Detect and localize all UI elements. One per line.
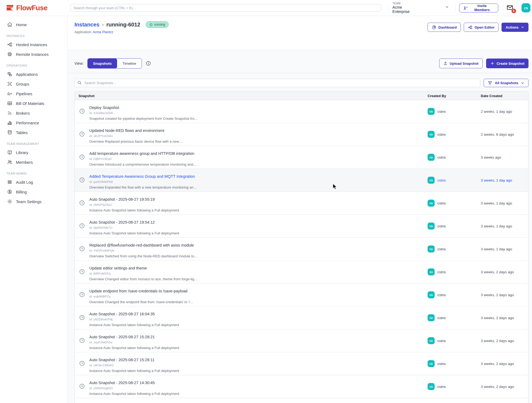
breadcrumb-instances-link[interactable]: Instances <box>74 22 99 28</box>
sidebar-item-applications[interactable]: Applications <box>7 69 67 79</box>
sidebar-item-label: Pipelines <box>16 91 32 96</box>
sidebar-item-label: Library <box>16 150 28 155</box>
table-row[interactable]: Auto Snapshot - 2025-08-27 15:28:21 id: … <box>75 329 528 352</box>
sidebar-item-home[interactable]: Home <box>7 20 67 29</box>
snapshot-title[interactable]: Replaced @flowfuse/node-red-dashboard wi… <box>89 243 198 247</box>
sidebar-section-operations: OPERATIONS <box>6 64 67 67</box>
snapshot-title[interactable]: Auto Snapshot - 2025-08-27 19:54:12 <box>89 220 179 224</box>
creator-avatar: cs <box>428 245 435 252</box>
actions-button[interactable]: Actions <box>502 23 528 32</box>
flowfuse-flag-icon <box>6 4 14 12</box>
snapshot-title[interactable]: Added Temperature Awareness Group and MQ… <box>89 174 197 179</box>
upload-snapshot-label: Upload Snapshot <box>450 62 479 66</box>
table-row[interactable]: Update endpoint from /save-credentials t… <box>75 284 528 306</box>
snapshot-title[interactable]: Deploy Snapshot <box>89 105 198 110</box>
creator-avatar: cs <box>428 383 435 390</box>
sidebar-item-label: Members <box>16 160 33 165</box>
table-row[interactable]: Auto Snapshot - 2025-08-27 19:55:19 id: … <box>75 192 528 215</box>
upload-snapshot-button[interactable]: Upload Snapshot <box>439 59 483 68</box>
creator-name: cstns <box>437 110 446 114</box>
table-row[interactable]: Update editor settings and theme id: AlR… <box>75 261 528 284</box>
sidebar-item-performance[interactable]: Performance <box>7 118 67 128</box>
snapshot-search-input[interactable] <box>74 79 480 87</box>
gear-icon <box>7 199 12 204</box>
sidebar-item-remote-instances[interactable]: Remote Instances <box>7 49 67 59</box>
dashboard-button[interactable]: Dashboard <box>428 23 461 32</box>
sidebar-item-label: Billing <box>16 190 27 194</box>
table-header: Snapshot Created By Date Created <box>75 92 528 100</box>
notifications-mail-button[interactable]: 5 <box>506 4 514 12</box>
all-snapshots-filter[interactable]: All Snapshots <box>484 79 528 87</box>
instance-name: running-6012 <box>106 22 140 28</box>
timeline-toggle[interactable]: Timeline <box>117 59 142 68</box>
table-row[interactable]: Auto Snapshot - 2025-08-27 19:54:12 id: … <box>75 215 528 238</box>
sidebar-item-members[interactable]: Members <box>7 157 67 167</box>
audit-log-icon <box>7 179 12 185</box>
brokers-icon <box>7 110 12 116</box>
created-by-cell: cs cstns <box>428 360 481 367</box>
sidebar-item-billing[interactable]: Billing <box>7 187 67 197</box>
snapshot-title[interactable]: Auto Snapshot - 2025-08-27 14:30:45 <box>89 381 179 385</box>
table-row[interactable]: Updated Node-RED flows and environment i… <box>75 123 528 146</box>
snapshot-title[interactable]: Update editor settings and theme <box>89 266 198 270</box>
snapshots-toggle[interactable]: Snapshots <box>88 59 117 68</box>
user-plus-icon <box>463 6 468 10</box>
snapshot-id: id: JxpPJNKPZw <box>89 341 179 344</box>
user-avatar[interactable]: cs <box>521 3 530 12</box>
sidebar-item-team-settings[interactable]: Team Settings <box>7 197 67 206</box>
table-row[interactable]: Add temperature awareness group and HTTP… <box>75 146 528 169</box>
created-by-cell: cs cstns <box>428 314 481 321</box>
sidebar-section-team-management: TEAM MANAGEMENT <box>6 142 67 145</box>
flowfuse-logo[interactable]: FlowFuse <box>0 4 66 12</box>
table-row[interactable]: Auto Snapshot - 2025-08-27 16:04:35 id: … <box>75 306 528 329</box>
sidebar-item-brokers[interactable]: Brokers <box>7 108 67 118</box>
snapshot-description: Instance Auto Snapshot taken following a… <box>89 369 179 373</box>
create-snapshot-button[interactable]: Create Snapshot <box>486 59 528 68</box>
creator-avatar: cs <box>428 360 435 367</box>
info-icon[interactable] <box>146 61 151 66</box>
chevron-down-icon[interactable] <box>445 5 449 9</box>
sidebar-item-label: Tables <box>16 130 28 135</box>
chevron-down-icon <box>521 25 524 29</box>
sidebar-item-label: Audit Log <box>16 180 33 185</box>
snapshot-id: id: aKZPYvEDAn <box>89 134 182 138</box>
table-row[interactable]: Add HTTP endpoint for saving credentials… <box>75 398 528 403</box>
team-selector[interactable]: TEAM: Acme Enterprise <box>393 2 419 14</box>
divider <box>455 4 456 11</box>
table-row[interactable]: Deploy Snapshot id: X3o6Bw1k9W Snapshot … <box>75 100 528 123</box>
dashboard-label: Dashboard <box>438 25 457 29</box>
snapshot-title[interactable]: Add temperature awareness group and HTTP… <box>89 151 197 156</box>
sidebar-item-tables[interactable]: Tables <box>7 128 67 137</box>
search-icon <box>77 80 82 86</box>
table-row[interactable]: Replaced @flowfuse/node-red-dashboard wi… <box>75 238 528 261</box>
snapshot-title[interactable]: Updated Node-RED flows and environment <box>89 128 182 133</box>
divider <box>68 73 532 73</box>
creator-avatar: cs <box>428 154 435 161</box>
clock-icon <box>79 360 85 366</box>
sidebar-item-audit-log[interactable]: Audit Log <box>7 177 67 187</box>
sidebar-item-library[interactable]: Library <box>7 148 67 157</box>
snapshot-title[interactable]: Auto Snapshot - 2025-08-27 15:28:21 <box>89 335 179 339</box>
snapshot-title[interactable]: Auto Snapshot - 2025-08-27 16:04:35 <box>89 312 179 316</box>
clock-icon <box>79 269 85 275</box>
breadcrumb: Instances › running-6012 running <box>74 21 169 28</box>
invite-members-button[interactable]: Invite Members <box>459 4 498 12</box>
date-created-cell: 3 weeks ago <box>481 155 528 159</box>
sidebar-item-pipelines[interactable]: Pipelines <box>7 89 67 98</box>
open-editor-button[interactable]: Open Editor <box>464 23 499 32</box>
snapshot-title[interactable]: Auto Snapshot - 2025-08-27 15:28:11 <box>89 358 179 362</box>
snapshot-title[interactable]: Update endpoint from /save-credentials t… <box>89 289 193 293</box>
column-date-created: Date Created <box>481 94 528 98</box>
sidebar-item-groups[interactable]: Groups <box>7 79 67 89</box>
application-link[interactable]: Acme Plantzz <box>93 30 113 34</box>
sidebar-item-hosted-instances[interactable]: Hosted Instances <box>7 40 67 49</box>
home-icon <box>7 22 12 27</box>
table-row[interactable]: Added Temperature Awareness Group and MQ… <box>75 169 528 192</box>
snapshot-title[interactable]: Auto Snapshot - 2025-08-27 19:55:19 <box>89 197 179 202</box>
table-row[interactable]: Auto Snapshot - 2025-08-27 15:28:11 id: … <box>75 352 528 375</box>
status-label: running <box>154 23 165 26</box>
table-row[interactable]: Auto Snapshot - 2025-08-27 14:30:45 id: … <box>75 375 528 398</box>
global-search-input[interactable] <box>70 4 381 12</box>
sidebar-item-label: Performance <box>16 121 39 125</box>
sidebar-item-bill-of-materials[interactable]: Bill Of Materials <box>7 98 67 108</box>
